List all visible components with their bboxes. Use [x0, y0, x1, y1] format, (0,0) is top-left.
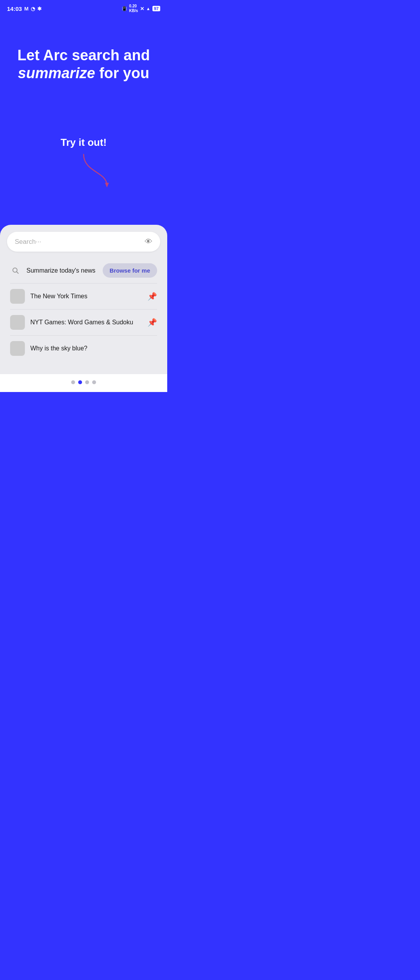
suggestion-row-summarize[interactable]: Summarize today's news Browse for me: [7, 258, 160, 283]
vibrate-icon: 📳: [122, 6, 127, 11]
tab-row-sky-blue[interactable]: Why is the sky blue?: [7, 336, 160, 361]
dot-3: [85, 380, 89, 384]
headline-text: Let Arc search and summarize for you: [18, 47, 150, 82]
pin-icon-nyt[interactable]: 📌: [147, 292, 157, 301]
headline-area: Let Arc search and summarize for you: [0, 16, 167, 105]
tab-text-nyt: The New York Times: [30, 293, 144, 300]
status-left: 14:03 M ◔ ✱: [7, 5, 42, 12]
nyt-games-thumbnail: [10, 315, 25, 330]
wifi-icon: ▲: [146, 6, 150, 11]
pagination-dots: [0, 374, 167, 392]
eye-icon[interactable]: 👁: [145, 237, 152, 246]
speed-label: 0.20 KB/s: [129, 4, 138, 13]
gmail-icon: M: [24, 6, 28, 12]
tab-text-sky-blue: Why is the sky blue?: [30, 345, 157, 352]
try-section: Try it out!: [0, 136, 167, 152]
try-label: Try it out!: [61, 136, 107, 149]
dot-1: [71, 380, 75, 384]
svg-marker-0: [105, 183, 109, 187]
nyt-thumbnail: [10, 289, 25, 304]
headline-suffix: for you: [95, 65, 149, 81]
headline-italic: summarize: [18, 65, 95, 81]
tab-text-nyt-games: NYT Games: Word Games & Sudoku: [30, 319, 144, 326]
curved-arrow: [45, 152, 122, 187]
svg-line-2: [17, 271, 19, 273]
browse-for-me-button[interactable]: Browse for me: [103, 263, 157, 278]
status-time: 14:03: [7, 5, 22, 12]
search-icon: [10, 265, 21, 276]
status-bar: 14:03 M ◔ ✱ 📳 0.20 KB/s ✕ ▲ 97: [0, 0, 167, 16]
dot-4: [92, 380, 96, 384]
arrow-container: [0, 152, 167, 187]
status-right: 📳 0.20 KB/s ✕ ▲ 97: [122, 4, 160, 13]
tools-icon: ✱: [37, 6, 42, 12]
search-placeholder[interactable]: Search···: [15, 238, 145, 246]
tab-row-nyt-games[interactable]: NYT Games: Word Games & Sudoku 📌: [7, 310, 160, 335]
sky-blue-thumbnail: [10, 341, 25, 356]
battery-level: 97: [152, 6, 160, 11]
tab-row-nyt[interactable]: The New York Times 📌: [7, 284, 160, 309]
x-icon: ✕: [140, 6, 144, 12]
clock-icon: ◔: [31, 6, 35, 12]
search-bar[interactable]: Search··· 👁: [7, 232, 160, 252]
bottom-panel: Search··· 👁 Summarize today's news Brows…: [0, 225, 167, 392]
pin-icon-nyt-games[interactable]: 📌: [147, 318, 157, 327]
dot-2: [78, 380, 82, 384]
suggestion-text-summarize: Summarize today's news: [26, 267, 103, 274]
